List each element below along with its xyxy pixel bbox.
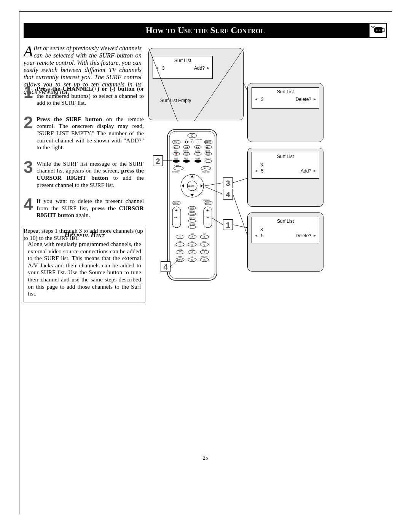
svg-point-35 bbox=[175, 153, 177, 155]
page-number: 25 bbox=[0, 455, 411, 461]
svg-text:TV: TV bbox=[185, 139, 187, 141]
svg-text:▶||: ▶|| bbox=[174, 146, 176, 148]
helpful-hint-box: Helpful Hint Along with regularly progra… bbox=[24, 228, 145, 302]
step-3: 3 While the SURF list message or the SUR… bbox=[24, 160, 144, 189]
osd-3: Surf List 3 ◀ 5 Add? ▶ bbox=[252, 152, 319, 179]
hint-title: Helpful Hint bbox=[28, 231, 141, 239]
callout-4a: 4 bbox=[223, 189, 233, 200]
page-title: How to Use the Surf Control bbox=[24, 23, 387, 38]
svg-text:CLEAR: CLEAR bbox=[195, 157, 200, 159]
tv-screen-2: Surf List ◀ 3 Delete? ▶ bbox=[247, 83, 323, 142]
svg-text:MNO: MNO bbox=[202, 241, 206, 243]
svg-text:+: + bbox=[175, 208, 177, 212]
svg-text:VOL: VOL bbox=[174, 216, 178, 219]
diagram-area: Surf List ◀ 3 Add? ▶ Surf List Empty Sur… bbox=[148, 45, 388, 281]
callout-3: 3 bbox=[223, 177, 233, 188]
svg-text:–: – bbox=[206, 221, 209, 226]
svg-line-124 bbox=[233, 225, 247, 228]
svg-text:MUSIC: MUSIC bbox=[195, 150, 200, 152]
svg-text:TUV: TUV bbox=[191, 248, 194, 250]
svg-text:1: 1 bbox=[179, 236, 181, 238]
svg-text:HOME LINK: HOME LINK bbox=[202, 171, 210, 173]
svg-text:PHOTO: PHOTO bbox=[183, 150, 188, 152]
svg-text:7: 7 bbox=[179, 251, 181, 254]
svg-point-48 bbox=[194, 160, 201, 163]
svg-text:WXYZ: WXYZ bbox=[202, 248, 207, 250]
svg-text:A/V: A/V bbox=[174, 141, 177, 143]
svg-text:2: 2 bbox=[191, 236, 193, 238]
svg-text:@: @ bbox=[191, 256, 193, 258]
svg-text:5: 5 bbox=[191, 243, 193, 246]
svg-point-46 bbox=[173, 160, 180, 163]
tv-screen-3: Surf List 3 ◀ 5 Add? ▶ bbox=[247, 148, 323, 207]
hint-text: Along with regularly programmed channels… bbox=[28, 241, 141, 297]
svg-text:REC: REC bbox=[174, 150, 177, 152]
svg-text:INFO: INFO bbox=[184, 157, 188, 159]
svg-text:INTERNET: INTERNET bbox=[172, 171, 180, 173]
osd-4: Surf List 3 ◀ 5 Delete? ▶ bbox=[252, 217, 319, 243]
svg-point-47 bbox=[183, 160, 190, 163]
svg-point-1 bbox=[376, 30, 377, 30]
svg-text:⊞: ⊞ bbox=[204, 167, 206, 169]
step-4: 4 If you want to delete the present chan… bbox=[24, 197, 144, 219]
svg-line-7 bbox=[194, 48, 244, 121]
svg-line-122 bbox=[233, 178, 247, 183]
svg-text:PROGRAM: PROGRAM bbox=[202, 199, 210, 201]
svg-text:PQRS: PQRS bbox=[178, 248, 182, 250]
svg-text:0: 0 bbox=[191, 259, 193, 261]
svg-text:9: 9 bbox=[204, 251, 205, 254]
svg-text:ROTATE: ROTATE bbox=[201, 256, 207, 258]
remote-icon bbox=[370, 24, 386, 37]
svg-text:ZOOM: ZOOM bbox=[178, 256, 182, 258]
step-2: 2 Press the SURF button on the remote co… bbox=[24, 115, 144, 151]
svg-text:▶▶: ▶▶ bbox=[196, 146, 199, 148]
svg-text:CC: CC bbox=[203, 259, 206, 261]
callout-2: 2 bbox=[153, 155, 163, 166]
svg-text:PICTURE: PICTURE bbox=[189, 223, 196, 225]
svg-text:STATUS: STATUS bbox=[177, 259, 183, 261]
svg-text:STREAM: STREAM bbox=[196, 139, 202, 141]
svg-text:CH: CH bbox=[206, 216, 209, 219]
svg-point-4 bbox=[381, 30, 381, 30]
svg-text:◀◀: ◀◀ bbox=[185, 146, 188, 148]
svg-text:MUTE: MUTE bbox=[190, 207, 194, 209]
svg-text:VIDEO: VIDEO bbox=[205, 150, 210, 152]
svg-text:–: – bbox=[175, 221, 178, 226]
svg-text:6: 6 bbox=[204, 243, 205, 246]
svg-line-121 bbox=[244, 83, 247, 91]
svg-text:SOUND: SOUND bbox=[190, 213, 195, 215]
svg-text:SHUFFLE: SHUFFLE bbox=[189, 217, 196, 219]
callout-1: 1 bbox=[223, 219, 233, 230]
svg-text:MENU: MENU bbox=[173, 202, 178, 204]
svg-text:▶▶|: ▶▶| bbox=[206, 146, 209, 148]
svg-point-2 bbox=[378, 30, 378, 30]
svg-text:GHI: GHI bbox=[178, 241, 181, 243]
svg-text:3: 3 bbox=[204, 236, 205, 238]
tv-screen-1: Surf List ◀ 3 Add? ▶ Surf List Empty bbox=[148, 48, 244, 120]
svg-text:8: 8 bbox=[191, 251, 193, 254]
svg-text:REPEAT: REPEAT bbox=[189, 210, 195, 212]
svg-line-6 bbox=[149, 48, 177, 121]
svg-text:PHILIPS: PHILIPS bbox=[187, 185, 194, 187]
svg-text:4: 4 bbox=[179, 243, 181, 246]
svg-text:DMR: DMR bbox=[190, 139, 193, 141]
svg-text:DELETE: DELETE bbox=[205, 157, 211, 159]
step-1: 1 Press the CHANNEL(+) or (-) button (or… bbox=[24, 85, 144, 107]
svg-point-3 bbox=[379, 30, 380, 30]
svg-text:+: + bbox=[206, 208, 209, 212]
svg-text:SURF: SURF bbox=[174, 157, 178, 159]
svg-text:JKL: JKL bbox=[191, 241, 194, 243]
remote-control: TV DMR STREAM A/V SELECT ▶|| ◀◀ ▶▶ ▶▶| R… bbox=[166, 129, 219, 281]
callout-4b: 4 bbox=[161, 261, 170, 272]
svg-text:DEF: DEF bbox=[203, 233, 206, 235]
svg-text:▶OK: ▶OK bbox=[205, 202, 209, 204]
svg-rect-5 bbox=[382, 29, 384, 32]
steps-list: 1 Press the CHANNEL(+) or (-) button (or… bbox=[24, 85, 144, 241]
osd-2: Surf List ◀ 3 Delete? ▶ bbox=[252, 87, 319, 109]
svg-text:SELECT: SELECT bbox=[204, 141, 211, 143]
svg-text:ABC: ABC bbox=[191, 233, 194, 235]
svg-text:FORMAT: FORMAT bbox=[174, 165, 180, 166]
svg-line-123 bbox=[233, 194, 247, 235]
tv-screen-4: Surf List 3 ◀ 5 Delete? ▶ bbox=[247, 212, 323, 272]
